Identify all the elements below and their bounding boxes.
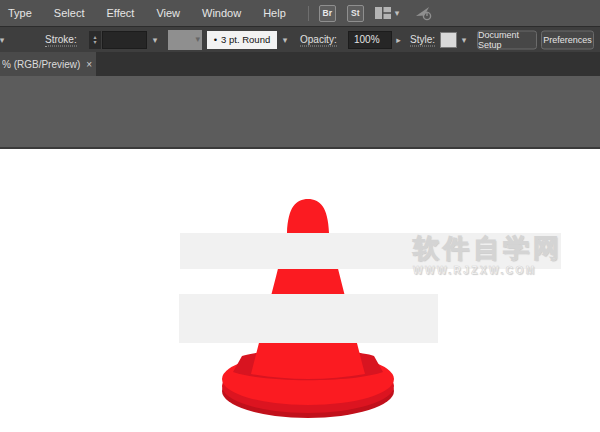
width-profile-dropdown[interactable]: ▾ <box>168 30 202 50</box>
menu-window[interactable]: Window <box>202 7 241 19</box>
stroke-weight-field[interactable] <box>102 31 147 49</box>
stock-button[interactable]: St <box>347 5 364 22</box>
pasteboard[interactable] <box>0 76 600 149</box>
menu-bar: Type Select Effect View Window Help Br S… <box>0 0 600 26</box>
gpu-performance-icon[interactable] <box>415 6 433 21</box>
menu-select[interactable]: Select <box>54 7 85 19</box>
brush-definition-dropdown[interactable]: • 3 pt. Round <box>207 31 277 49</box>
menu-type[interactable]: Type <box>8 7 32 19</box>
brush-chevron-icon[interactable]: ▾ <box>277 31 293 49</box>
control-bar: ▾ Stroke: ▴ ▾ ▾ ▾ • 3 pt. Round ▾ Opacit… <box>0 26 600 52</box>
document-tab-label: % (RGB/Preview) <box>2 59 83 70</box>
brush-bullet-icon: • <box>214 34 217 45</box>
menu-help[interactable]: Help <box>263 7 286 19</box>
width-profile-chevron-icon: ▾ <box>195 35 200 44</box>
document-tab[interactable]: % (RGB/Preview) × <box>0 52 96 76</box>
menu-separator <box>308 6 309 21</box>
stroke-weight-chevron-icon[interactable]: ▾ <box>147 31 163 49</box>
style-swatch[interactable] <box>440 32 457 48</box>
stepper-down-icon[interactable]: ▾ <box>93 40 96 45</box>
menu-effect[interactable]: Effect <box>106 7 134 19</box>
cone-stripe-upper[interactable] <box>180 233 561 269</box>
stroke-weight-stepper[interactable]: ▴ ▾ <box>89 31 101 49</box>
cone-stripe-lower[interactable] <box>179 294 438 343</box>
document-setup-button[interactable]: Document Setup <box>477 30 537 49</box>
workspace-switcher-icon[interactable] <box>375 7 391 19</box>
style-chevron-icon[interactable]: ▾ <box>457 31 471 49</box>
tab-close-icon[interactable]: × <box>86 59 92 70</box>
menu-view[interactable]: View <box>156 7 180 19</box>
workspace-chevron-icon[interactable]: ▾ <box>395 9 400 18</box>
brush-value: 3 pt. Round <box>221 34 270 45</box>
cutoff-dropdown-chevron-icon[interactable]: ▾ <box>0 31 10 49</box>
cone-body[interactable] <box>251 199 365 379</box>
opacity-field[interactable]: 100% <box>348 31 392 49</box>
stroke-label[interactable]: Stroke: <box>45 33 77 46</box>
opacity-arrow-icon[interactable]: ▸ <box>392 31 405 49</box>
opacity-label[interactable]: Opacity: <box>300 33 337 46</box>
document-tab-bar: % (RGB/Preview) × <box>0 52 600 76</box>
style-label[interactable]: Style: <box>410 33 435 46</box>
illustrator-window: Type Select Effect View Window Help Br S… <box>0 0 600 432</box>
bridge-button[interactable]: Br <box>319 5 336 22</box>
preferences-button[interactable]: Preferences <box>541 30 594 49</box>
